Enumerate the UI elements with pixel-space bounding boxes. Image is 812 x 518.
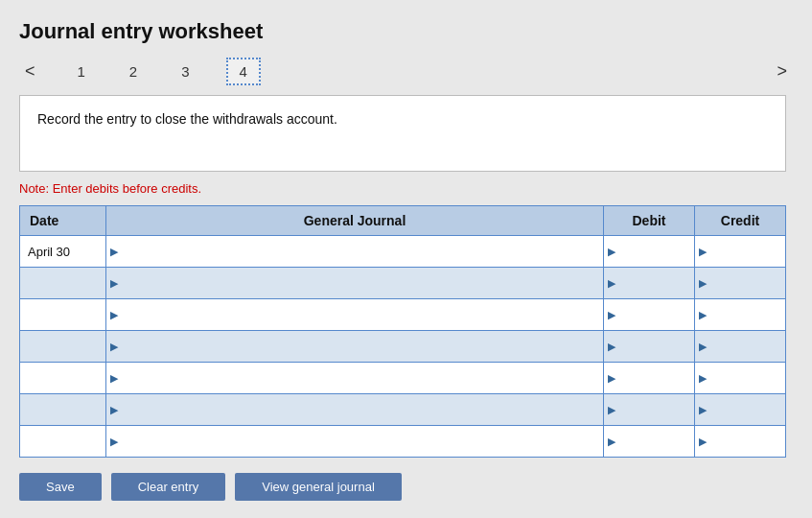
table-row: ▶▶▶ bbox=[20, 426, 786, 458]
arrow-icon-journal-0: ▶ bbox=[110, 246, 118, 258]
cell-debit-5[interactable]: ▶ bbox=[604, 394, 695, 426]
cell-debit-1[interactable]: ▶ bbox=[604, 268, 695, 299]
input-journal-6[interactable] bbox=[120, 426, 603, 457]
input-date-3[interactable] bbox=[28, 340, 105, 354]
input-journal-5[interactable] bbox=[120, 394, 603, 425]
arrow-icon-debit-0: ▶ bbox=[608, 246, 615, 258]
arrow-icon-credit-2: ▶ bbox=[699, 309, 707, 321]
cell-date-6[interactable] bbox=[20, 426, 106, 458]
input-credit-1[interactable] bbox=[708, 268, 785, 298]
input-date-4[interactable] bbox=[28, 371, 105, 386]
table-row: ▶▶▶ bbox=[20, 363, 786, 394]
tab-1[interactable]: 1 bbox=[70, 59, 93, 83]
cell-date-0[interactable]: April 30 bbox=[20, 236, 106, 268]
cell-credit-4[interactable]: ▶ bbox=[695, 363, 786, 394]
table-row: ▶▶▶ bbox=[20, 331, 786, 363]
input-credit-4[interactable] bbox=[708, 363, 785, 393]
tabs-row: < 1 2 3 4 > bbox=[19, 58, 793, 85]
cell-journal-1[interactable]: ▶ bbox=[106, 268, 604, 299]
table-row: April 30▶▶▶ bbox=[20, 236, 786, 268]
input-credit-0[interactable] bbox=[708, 236, 785, 267]
input-journal-4[interactable] bbox=[120, 363, 603, 393]
cell-credit-6[interactable]: ▶ bbox=[695, 426, 786, 458]
cell-debit-6[interactable]: ▶ bbox=[604, 426, 695, 458]
table-header-row: Date General Journal Debit Credit bbox=[20, 206, 786, 236]
input-debit-2[interactable] bbox=[617, 299, 694, 330]
instruction-box: Record the entry to close the withdrawal… bbox=[19, 95, 786, 172]
cell-credit-3[interactable]: ▶ bbox=[695, 331, 786, 363]
input-debit-5[interactable] bbox=[617, 394, 694, 425]
input-credit-3[interactable] bbox=[708, 331, 785, 362]
cell-journal-2[interactable]: ▶ bbox=[106, 299, 604, 331]
input-debit-0[interactable] bbox=[617, 236, 694, 267]
table-row: ▶▶▶ bbox=[20, 299, 786, 331]
save-button[interactable]: Save bbox=[19, 473, 102, 501]
cell-date-4[interactable] bbox=[20, 363, 106, 394]
cell-date-5[interactable] bbox=[20, 394, 106, 426]
header-date: Date bbox=[20, 206, 106, 236]
arrow-icon-debit-4: ▶ bbox=[608, 372, 615, 385]
tab-3[interactable]: 3 bbox=[174, 59, 197, 83]
input-journal-3[interactable] bbox=[120, 331, 603, 362]
input-journal-1[interactable] bbox=[120, 268, 603, 298]
arrow-icon-credit-5: ▶ bbox=[699, 404, 707, 416]
arrow-icon-debit-1: ▶ bbox=[608, 277, 615, 290]
arrow-icon-debit-3: ▶ bbox=[608, 341, 615, 353]
cell-journal-3[interactable]: ▶ bbox=[106, 331, 604, 363]
cell-debit-4[interactable]: ▶ bbox=[604, 363, 695, 394]
input-debit-6[interactable] bbox=[617, 426, 694, 457]
input-date-2[interactable] bbox=[28, 308, 105, 322]
clear-entry-button[interactable]: Clear entry bbox=[111, 473, 226, 501]
cell-journal-5[interactable]: ▶ bbox=[106, 394, 604, 426]
arrow-icon-credit-4: ▶ bbox=[699, 372, 707, 385]
arrow-icon-debit-6: ▶ bbox=[608, 436, 615, 448]
cell-journal-4[interactable]: ▶ bbox=[106, 363, 604, 394]
cell-debit-3[interactable]: ▶ bbox=[604, 331, 695, 363]
input-date-5[interactable] bbox=[28, 403, 105, 417]
input-debit-1[interactable] bbox=[617, 268, 694, 298]
arrow-icon-journal-5: ▶ bbox=[110, 404, 118, 416]
tab-4[interactable]: 4 bbox=[226, 58, 261, 85]
cell-credit-1[interactable]: ▶ bbox=[695, 268, 786, 299]
input-debit-4[interactable] bbox=[617, 363, 694, 393]
prev-arrow[interactable]: < bbox=[19, 58, 41, 85]
journal-table: Date General Journal Debit Credit April … bbox=[19, 205, 786, 458]
cell-debit-2[interactable]: ▶ bbox=[604, 299, 695, 331]
cell-journal-6[interactable]: ▶ bbox=[106, 426, 604, 458]
tab-2[interactable]: 2 bbox=[122, 59, 145, 83]
page-title: Journal entry worksheet bbox=[19, 19, 793, 44]
arrow-icon-journal-2: ▶ bbox=[110, 309, 118, 321]
input-journal-2[interactable] bbox=[120, 299, 603, 330]
cell-date-3[interactable] bbox=[20, 331, 106, 363]
header-credit: Credit bbox=[695, 206, 786, 236]
view-general-journal-button[interactable]: View general journal bbox=[235, 473, 402, 501]
note-text: Note: Enter debits before credits. bbox=[19, 181, 793, 196]
page-container: Journal entry worksheet < 1 2 3 4 > Reco… bbox=[19, 19, 793, 501]
input-credit-5[interactable] bbox=[708, 394, 785, 425]
arrow-icon-credit-3: ▶ bbox=[699, 341, 707, 353]
cell-date-2[interactable] bbox=[20, 299, 106, 331]
arrow-icon-credit-0: ▶ bbox=[699, 246, 707, 258]
cell-credit-2[interactable]: ▶ bbox=[695, 299, 786, 331]
input-date-6[interactable] bbox=[28, 435, 105, 449]
arrow-icon-journal-6: ▶ bbox=[110, 436, 118, 448]
input-credit-6[interactable] bbox=[708, 426, 785, 457]
arrow-icon-credit-6: ▶ bbox=[699, 436, 707, 448]
cell-journal-0[interactable]: ▶ bbox=[106, 236, 604, 268]
cell-credit-0[interactable]: ▶ bbox=[695, 236, 786, 268]
arrow-icon-journal-4: ▶ bbox=[110, 372, 118, 385]
cell-debit-0[interactable]: ▶ bbox=[604, 236, 695, 268]
input-credit-2[interactable] bbox=[708, 299, 785, 330]
arrow-icon-journal-1: ▶ bbox=[110, 277, 118, 290]
table-row: ▶▶▶ bbox=[20, 394, 786, 426]
cell-date-1[interactable] bbox=[20, 268, 106, 299]
instruction-text: Record the entry to close the withdrawal… bbox=[37, 111, 337, 127]
header-debit: Debit bbox=[604, 206, 695, 236]
arrow-icon-debit-5: ▶ bbox=[608, 404, 615, 416]
input-date-1[interactable] bbox=[28, 276, 105, 291]
bottom-bar: Save Clear entry View general journal bbox=[19, 473, 793, 501]
cell-credit-5[interactable]: ▶ bbox=[695, 394, 786, 426]
next-arrow[interactable]: > bbox=[771, 58, 793, 85]
input-journal-0[interactable] bbox=[120, 236, 603, 267]
input-debit-3[interactable] bbox=[617, 331, 694, 362]
